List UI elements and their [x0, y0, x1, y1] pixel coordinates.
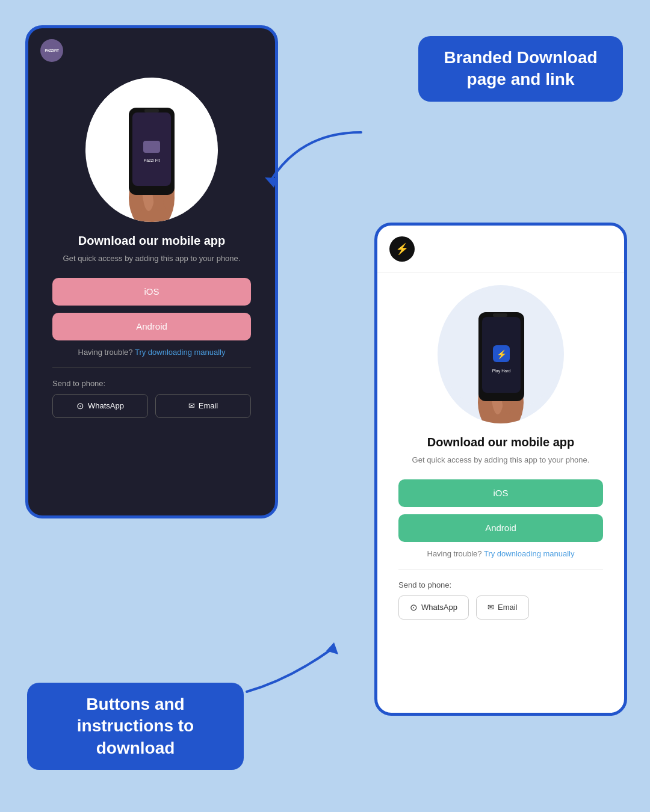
- arrow-1: [241, 120, 373, 198]
- card2-email-button[interactable]: ✉ Email: [476, 595, 529, 620]
- card2-phone-svg: ⚡ Play Hard: [438, 285, 564, 423]
- card1-trouble-text: Having trouble? Try downloading manually: [78, 348, 226, 357]
- email-icon: ✉: [188, 401, 195, 410]
- card2-ios-button[interactable]: iOS: [398, 479, 603, 507]
- callout-buttons-instructions: Buttons and instructions to download: [27, 683, 244, 770]
- card2-android-button[interactable]: Android: [398, 514, 603, 542]
- card1-title: Download our mobile app: [78, 234, 225, 248]
- card2-send-buttons: ⊙ WhatsApp ✉ Email: [398, 595, 603, 620]
- svg-text:⚡: ⚡: [497, 349, 507, 360]
- card1-subtitle: Get quick access by adding this app to y…: [45, 253, 259, 265]
- card2-subtitle: Get quick access by adding this app to y…: [394, 454, 608, 466]
- card2-phone-image: ⚡ Play Hard: [438, 285, 564, 423]
- card2-trouble-link[interactable]: Try downloading manually: [484, 549, 575, 558]
- svg-rect-10: [144, 109, 159, 112]
- phone-card-light: ⚡ ⚡ Play Hard Download our mobile app Ge…: [374, 223, 627, 716]
- card1-divider: [52, 368, 251, 368]
- card1-email-button[interactable]: ✉ Email: [155, 394, 251, 418]
- phone-card-dark: PAZZI FIT Pazzi Fit Download our mobile …: [25, 25, 278, 518]
- arrow-2: [229, 626, 349, 704]
- svg-marker-23: [265, 177, 278, 188]
- lightning-icon: ⚡: [395, 242, 409, 256]
- card1-android-button[interactable]: Android: [52, 313, 251, 340]
- svg-text:Play Hard: Play Hard: [492, 369, 511, 374]
- svg-rect-8: [143, 141, 160, 153]
- card2-title: Download our mobile app: [427, 435, 574, 449]
- card1-logo: PAZZI FIT: [40, 39, 63, 62]
- svg-text:Pazzi Fit: Pazzi Fit: [144, 158, 160, 162]
- card1-phone-image: Pazzi Fit: [85, 78, 218, 222]
- card2-send-label: Send to phone:: [398, 580, 603, 589]
- card1-whatsapp-button[interactable]: ⊙ WhatsApp: [52, 394, 148, 418]
- callout-branded-text: Branded Download page and link: [444, 48, 597, 88]
- card1-ios-button[interactable]: iOS: [52, 278, 251, 306]
- card2-trouble-text: Having trouble? Try downloading manually: [427, 549, 575, 558]
- card2-header: ⚡: [377, 226, 624, 273]
- callout-buttons-text: Buttons and instructions to download: [77, 695, 194, 757]
- svg-rect-22: [493, 313, 507, 317]
- card1-phone-svg: Pazzi Fit: [85, 78, 218, 222]
- whatsapp-icon: ⊙: [76, 401, 84, 411]
- card1-header: PAZZI FIT: [28, 28, 275, 73]
- card1-send-buttons: ⊙ WhatsApp ✉ Email: [52, 394, 251, 418]
- card2-whatsapp-button[interactable]: ⊙ WhatsApp: [398, 595, 469, 620]
- whatsapp-icon-2: ⊙: [410, 602, 418, 613]
- card2-logo: ⚡: [389, 236, 415, 262]
- card1-trouble-link[interactable]: Try downloading manually: [135, 348, 226, 357]
- callout-branded-download: Branded Download page and link: [418, 36, 623, 102]
- card1-send-label: Send to phone:: [52, 379, 251, 388]
- email-icon-2: ✉: [488, 603, 494, 612]
- card2-divider: [398, 569, 603, 570]
